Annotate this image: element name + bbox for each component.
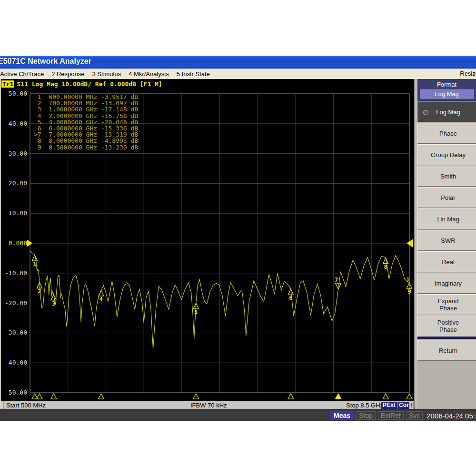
svc-indicator: Svc — [406, 411, 423, 420]
active-marker-number: 7 — [335, 277, 338, 283]
window-titlebar[interactable]: E5071C Network Analyzer — [0, 56, 476, 69]
softkey-phase[interactable]: Phase — [417, 123, 476, 144]
stimulus-marker — [288, 394, 294, 399]
window-title: E5071C Network Analyzer — [0, 57, 91, 66]
softkey-expand-phase[interactable]: Expand Phase — [417, 294, 476, 315]
marker-number: 1 — [33, 261, 36, 268]
softkey-group-delay[interactable]: Group Delay — [417, 144, 476, 165]
softkey-positive-phase[interactable]: Positive Phase — [417, 316, 476, 337]
marker-number: 4 — [99, 296, 103, 303]
warning-badge: ! — [409, 402, 414, 409]
y-axis-label: 40.00 — [4, 120, 27, 127]
softkey-buttons: Log MagPhaseGroup DelaySmithPolarLin Mag… — [417, 101, 476, 361]
marker-number: 8 — [384, 264, 387, 270]
softkey-smith[interactable]: Smith — [417, 166, 476, 187]
statusbar-notch — [0, 401, 4, 409]
y-axis-label: -30.00 — [4, 329, 27, 336]
start-frequency: Start 500 MHz — [6, 402, 46, 409]
marker-number: 6 — [289, 295, 292, 301]
softkey-menu-header: Format Log Mag — [417, 79, 476, 101]
y-axis-label: 20.00 — [4, 179, 27, 187]
y-axis-label: -40.00 — [4, 359, 27, 366]
marker-number: 2 — [38, 288, 41, 295]
softkey-current-value: Log Mag — [420, 89, 474, 99]
channel-status-bar: Start 500 MHz IFBW 70 kHz Stop 8.5 GHz P… — [0, 401, 414, 409]
y-axis-label: 50.00 — [4, 90, 27, 97]
reference-level-marker-left — [27, 239, 32, 247]
softkey-real[interactable]: Real — [417, 251, 476, 272]
y-axis-label: 10.00 — [4, 209, 27, 217]
ifbw-value: IFBW 70 kHz — [190, 402, 227, 409]
menu-item-3[interactable]: 3 Stimulus — [92, 70, 121, 78]
softkey-swr[interactable]: SWR — [417, 230, 476, 251]
softkey-divider — [417, 337, 476, 339]
marker-number: 3 — [52, 300, 55, 307]
trace-status-line: Tr1S11 Log Mag 10.00dB/ Ref 0.000dB [F1 … — [1, 80, 162, 88]
trace1-badge: Tr1 — [1, 80, 14, 88]
stimulus-marker — [407, 394, 412, 399]
analyzer-window: E5071C Network Analyzer 1 Active Ch/Trac… — [0, 56, 476, 421]
instrument-status-bar: Meas Stop ExtRef Svc 2006-04-24 05:10 — [0, 409, 476, 421]
y-axis-label: -20.00 — [4, 299, 27, 307]
stimulus-marker — [193, 394, 199, 399]
stop-indicator: Stop — [356, 411, 376, 420]
datetime: 2006-04-24 05:10 — [426, 412, 476, 420]
y-axis-label: 30.00 — [4, 150, 27, 157]
marker-number: 9 — [407, 288, 411, 295]
instrument-screen: 1234567891 Tr1S11 Log Mag 10.00dB/ Ref 0… — [0, 79, 414, 401]
menu-bar: 1 Active Ch/Trace2 Response3 Stimulus4 M… — [0, 69, 476, 79]
stop-frequency: Stop 8.5 GHz — [346, 402, 383, 409]
pext-badge: PExt — [381, 402, 397, 409]
softkey-sidebar: Format Log Mag Log MagPhaseGroup DelaySm… — [414, 79, 476, 409]
stimulus-marker-active — [336, 394, 341, 399]
y-axis-label: -50.00 — [4, 389, 27, 396]
marker-extra-label: 1 — [407, 277, 410, 283]
page: E5071C Network Analyzer 1 Active Ch/Trac… — [0, 0, 476, 476]
cor-badge: Cor — [397, 402, 410, 409]
sidebar-scroll-strip[interactable] — [414, 79, 417, 409]
meas-indicator: Meas — [330, 411, 354, 420]
status-indicators: Meas Stop ExtRef Svc 2006-04-24 05:10 — [330, 411, 476, 420]
menu-item-1[interactable]: 1 Active Ch/Trace — [0, 70, 44, 78]
marker-table: 1 600.00000 MHz -3.9517 dB 2 700.00000 M… — [34, 94, 138, 150]
trace-status-text: S11 Log Mag 10.00dB/ Ref 0.000dB [F1 M] — [17, 80, 162, 88]
y-axis-reference-label: 0.000 — [4, 239, 27, 247]
menu-item-5[interactable]: 5 Instr State — [177, 70, 210, 78]
softkey-return[interactable]: Return — [417, 340, 476, 361]
y-axis-label: -10.00 — [4, 269, 27, 277]
softkey-imaginary[interactable]: Imaginary — [417, 273, 476, 294]
softkey-log-mag[interactable]: Log Mag — [417, 101, 476, 122]
reference-level-marker-right — [407, 239, 413, 248]
softkey-polar[interactable]: Polar — [417, 187, 476, 208]
stimulus-marker — [383, 394, 388, 399]
menu-resize[interactable]: Resize — [460, 70, 476, 77]
marker-number: 5 — [194, 309, 198, 316]
softkey-menu-title: Format — [417, 81, 476, 88]
radio-indicator — [423, 110, 428, 115]
menu-items: 1 Active Ch/Trace2 Response3 Stimulus4 M… — [0, 69, 210, 79]
stimulus-marker — [98, 394, 104, 399]
menu-item-4[interactable]: 4 Mkr/Analysis — [129, 70, 169, 78]
stimulus-marker — [51, 394, 57, 399]
extref-indicator: ExtRef — [378, 411, 404, 420]
menu-item-2[interactable]: 2 Response — [51, 70, 84, 78]
softkey-lin-mag[interactable]: Lin Mag — [417, 208, 476, 229]
